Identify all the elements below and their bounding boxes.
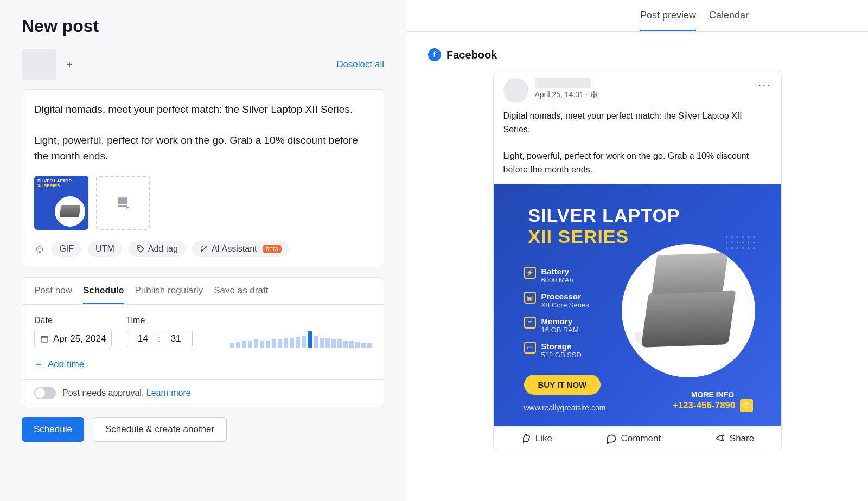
activity-bar xyxy=(326,338,330,348)
phone-icon: ✆ xyxy=(740,399,753,412)
share-button[interactable]: Share xyxy=(714,433,754,444)
activity-bar xyxy=(302,336,306,348)
schedule-another-button[interactable]: Schedule & create another xyxy=(93,417,227,442)
schedule-tab-schedule[interactable]: Schedule xyxy=(83,285,124,304)
time-input[interactable]: : xyxy=(126,330,193,348)
post-author-placeholder xyxy=(535,78,591,88)
learn-more-link[interactable]: Learn more xyxy=(146,388,191,397)
account-list: + xyxy=(22,49,76,80)
spec-value: 16 GB RAM xyxy=(541,326,579,334)
spec-icon: ⚡ xyxy=(524,267,536,279)
calendar-icon xyxy=(40,335,49,343)
activity-bar xyxy=(278,339,282,348)
comment-button[interactable]: Comment xyxy=(606,433,661,444)
magic-icon xyxy=(200,245,208,253)
beta-badge: beta xyxy=(263,245,282,253)
activity-bar xyxy=(337,339,342,348)
activity-bar xyxy=(260,341,264,348)
composer-toolbar: ☺ GIF UTM Add tag AI Assistant beta xyxy=(34,241,372,257)
utm-button[interactable]: UTM xyxy=(88,241,122,257)
approval-text: Post needs approval. Learn more xyxy=(62,388,191,398)
site-url: www.reallygreatsite.com xyxy=(524,403,606,412)
thumbs-up-icon xyxy=(520,433,531,444)
activity-bar xyxy=(349,341,354,348)
image-add-icon xyxy=(116,195,131,210)
composer-text[interactable]: Digital nomads, meet your perfect match:… xyxy=(34,102,372,164)
date-input[interactable]: Apr 25, 2024 xyxy=(34,330,112,348)
spec-row: ▣ProcessorXII Core Series xyxy=(524,292,589,309)
activity-bar xyxy=(248,341,252,348)
datetime-row: Date Apr 25, 2024 Time : xyxy=(34,316,372,348)
activity-bar xyxy=(355,342,360,348)
spec-label: Memory xyxy=(541,317,579,326)
add-tag-button[interactable]: Add tag xyxy=(129,241,186,257)
activity-bar xyxy=(272,339,276,348)
activity-bar xyxy=(331,339,336,348)
preview-tab-post-preview[interactable]: Post preview xyxy=(640,10,696,31)
svg-rect-1 xyxy=(41,336,48,342)
schedule-tab-post-now[interactable]: Post now xyxy=(34,285,72,304)
spec-icon: ▭ xyxy=(524,342,536,354)
activity-bar xyxy=(242,341,246,348)
approval-toggle[interactable] xyxy=(34,387,56,399)
spec-label: Processor xyxy=(541,292,589,301)
preview-tabs: Post previewCalendar xyxy=(406,0,868,32)
spec-icon: ▣ xyxy=(524,292,536,304)
product-circle xyxy=(622,244,755,377)
phone-number: +123-456-7890 xyxy=(673,400,736,411)
ad-title: SILVER LAPTOP XII SERIES xyxy=(528,205,680,247)
preview-tab-calendar[interactable]: Calendar xyxy=(709,10,749,31)
activity-bar xyxy=(254,339,258,348)
svg-point-0 xyxy=(138,247,139,248)
comment-icon xyxy=(606,433,617,444)
add-media-button[interactable] xyxy=(96,176,150,230)
schedule-button[interactable]: Schedule xyxy=(22,417,84,442)
like-button[interactable]: Like xyxy=(520,433,552,444)
post-actions: Like Comment Share xyxy=(494,426,781,451)
spec-row: ≡Memory16 GB RAM xyxy=(524,317,589,334)
more-info: MORE INFO +123-456-7890 ✆ xyxy=(673,390,753,412)
activity-bar xyxy=(284,338,288,348)
activity-bar xyxy=(343,341,348,348)
thumb-title: SILVER LAPTOP XII SERIES xyxy=(37,179,72,189)
spec-row: ▭Storage512 GB SSD xyxy=(524,342,589,359)
platform-name: Facebook xyxy=(446,49,497,61)
add-time-button[interactable]: ＋ Add time xyxy=(34,358,84,370)
approval-row: Post needs approval. Learn more xyxy=(22,379,384,407)
post-menu-button[interactable]: ··· xyxy=(758,78,771,103)
activity-bar xyxy=(320,338,324,349)
schedule-tab-save-as-draft[interactable]: Save as draft xyxy=(214,285,268,304)
spec-label: Storage xyxy=(541,342,582,351)
media-row: SILVER LAPTOP XII SERIES xyxy=(34,176,372,230)
date-label: Date xyxy=(34,316,112,325)
composer-card: Digital nomads, meet your perfect match:… xyxy=(22,89,384,267)
spec-value: 512 GB SSD xyxy=(541,351,582,359)
spec-icon: ≡ xyxy=(524,317,536,329)
share-icon xyxy=(714,433,725,444)
hour-input[interactable] xyxy=(132,333,154,344)
activity-bar xyxy=(230,343,234,348)
laptop-graphic xyxy=(641,290,736,348)
deselect-all-link[interactable]: Deselect all xyxy=(336,59,384,70)
tag-icon xyxy=(136,245,145,253)
post-header: April 25, 14:31 · ··· xyxy=(494,70,781,107)
time-label: Time xyxy=(126,316,193,325)
activity-bar xyxy=(290,338,294,349)
minute-input[interactable] xyxy=(165,333,187,344)
facebook-icon: f xyxy=(428,48,441,61)
post-avatar xyxy=(503,78,528,103)
ai-assistant-button[interactable]: AI Assistant beta xyxy=(192,241,289,257)
emoji-icon[interactable]: ☺ xyxy=(34,243,45,255)
add-account-button[interactable]: + xyxy=(63,58,76,71)
post-timestamp: April 25, 14:31 · xyxy=(535,90,752,99)
activity-bar xyxy=(367,343,372,348)
post-text: Digital nomads, meet your perfect match:… xyxy=(494,107,781,184)
account-avatar[interactable] xyxy=(22,49,56,80)
action-row: Schedule Schedule & create another xyxy=(22,417,384,442)
activity-bar xyxy=(314,336,318,348)
gif-button[interactable]: GIF xyxy=(52,241,81,257)
schedule-tab-publish-regularly[interactable]: Publish regularly xyxy=(135,285,203,304)
media-thumbnail[interactable]: SILVER LAPTOP XII SERIES xyxy=(34,176,88,230)
activity-bar xyxy=(266,341,270,348)
globe-icon xyxy=(590,91,598,98)
